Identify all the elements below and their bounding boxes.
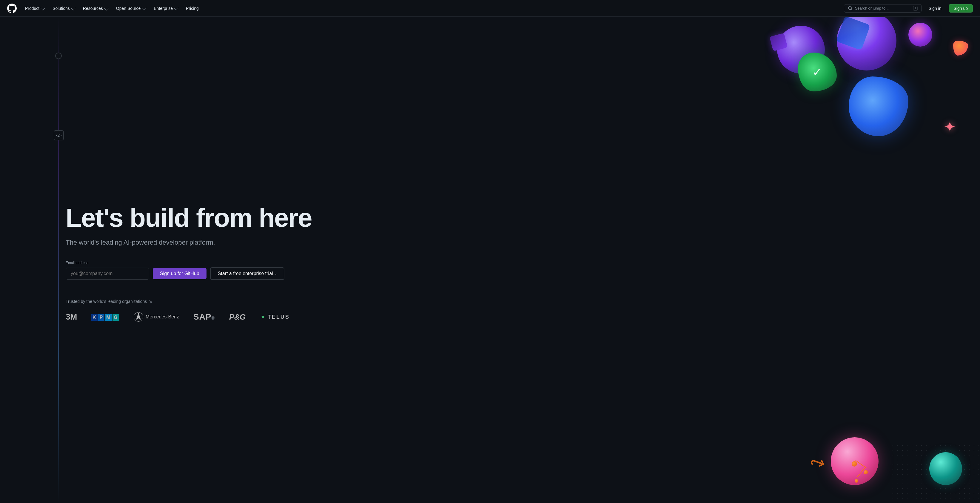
trusted-arrow-icon: ↘ xyxy=(149,299,152,304)
logo-sap: SAP® xyxy=(193,312,215,322)
nav-solutions-chevron xyxy=(71,5,76,10)
orb-purple xyxy=(777,26,825,73)
nav-solutions-label: Solutions xyxy=(52,6,70,11)
nav-item-solutions[interactable]: Solutions xyxy=(49,3,78,13)
logo-telus: TELUS xyxy=(260,314,290,320)
pink-sphere-bottom xyxy=(831,437,878,485)
hero-subtitle: The world's leading AI-powered developer… xyxy=(66,239,334,246)
trusted-label-text: Trusted by the world's leading organizat… xyxy=(66,299,147,304)
hero-content: Let's build from here The world's leadin… xyxy=(66,204,334,322)
logo-mercedes-benz: Mercedes-Benz xyxy=(134,312,179,322)
email-section: Email address Sign up for GitHub Start a… xyxy=(66,261,334,280)
nav-items: Product Solutions Resources Open Source … xyxy=(21,3,844,13)
nav-enterprise-chevron xyxy=(174,5,179,10)
search-bar[interactable]: Search or jump to... / xyxy=(844,4,921,13)
nav-item-resources[interactable]: Resources xyxy=(80,3,111,13)
orange-arrow-shape: ↩ xyxy=(807,450,828,475)
email-row: Sign up for GitHub Start a free enterpri… xyxy=(66,267,334,280)
blue-elephant-shape xyxy=(849,77,908,136)
trusted-label: Trusted by the world's leading organizat… xyxy=(66,299,334,304)
search-placeholder: Search or jump to... xyxy=(855,6,911,10)
left-dot-decoration xyxy=(55,53,62,59)
email-input[interactable] xyxy=(66,268,149,279)
trusted-logos: 3M K P M G Mercedes-Benz xyxy=(66,312,334,322)
trusted-section: Trusted by the world's leading organizat… xyxy=(66,299,334,322)
orb-violet xyxy=(837,17,896,70)
main-nav: Product Solutions Resources Open Source … xyxy=(0,0,980,17)
enterprise-arrow-icon: › xyxy=(275,271,277,276)
left-line-decoration xyxy=(59,17,59,503)
nav-product-label: Product xyxy=(25,6,40,11)
logo-3m: 3M xyxy=(66,312,77,322)
blue-cube xyxy=(836,17,870,51)
nav-item-enterprise[interactable]: Enterprise xyxy=(150,3,181,13)
signin-button[interactable]: Sign in xyxy=(924,5,946,12)
sparkle-icon: ✦ xyxy=(943,118,956,136)
email-label: Email address xyxy=(66,261,334,265)
nav-resources-chevron xyxy=(104,5,109,10)
nav-pricing-label: Pricing xyxy=(186,6,199,11)
purple-cube xyxy=(769,33,788,51)
search-shortcut: / xyxy=(913,6,918,11)
hero-background: ✓ ↩ ✦ xyxy=(441,17,980,503)
nav-right: Search or jump to... / Sign in Sign up xyxy=(844,4,973,13)
nav-item-pricing[interactable]: Pricing xyxy=(182,3,202,13)
nav-item-open-source[interactable]: Open Source xyxy=(113,3,149,13)
github-signup-button[interactable]: Sign up for GitHub xyxy=(153,268,207,279)
grid-pattern xyxy=(891,443,980,503)
enterprise-trial-label: Start a free enterprise trial xyxy=(218,271,273,276)
enterprise-trial-button[interactable]: Start a free enterprise trial › xyxy=(210,267,285,280)
nav-item-product[interactable]: Product xyxy=(21,3,48,13)
nav-opensource-chevron xyxy=(142,5,146,10)
github-logo[interactable] xyxy=(7,3,17,13)
orb-pink-small xyxy=(908,23,932,46)
teal-sphere xyxy=(929,452,962,485)
signup-button[interactable]: Sign up xyxy=(949,4,973,13)
hero-title: Let's build from here xyxy=(66,204,334,232)
nav-product-chevron xyxy=(40,5,45,10)
search-icon xyxy=(848,6,853,11)
logo-pg: P&G xyxy=(229,313,246,322)
nav-resources-label: Resources xyxy=(83,6,103,11)
nav-enterprise-label: Enterprise xyxy=(154,6,173,11)
code-icon: </> xyxy=(54,130,64,141)
orb-orange-red xyxy=(953,41,968,56)
logo-kpmg: K P M G xyxy=(91,313,119,321)
hero-section: </> ✓ ↩ ✦ Let's build from here The worl… xyxy=(0,17,980,503)
check-blob: ✓ xyxy=(798,53,837,91)
nav-opensource-label: Open Source xyxy=(116,6,141,11)
